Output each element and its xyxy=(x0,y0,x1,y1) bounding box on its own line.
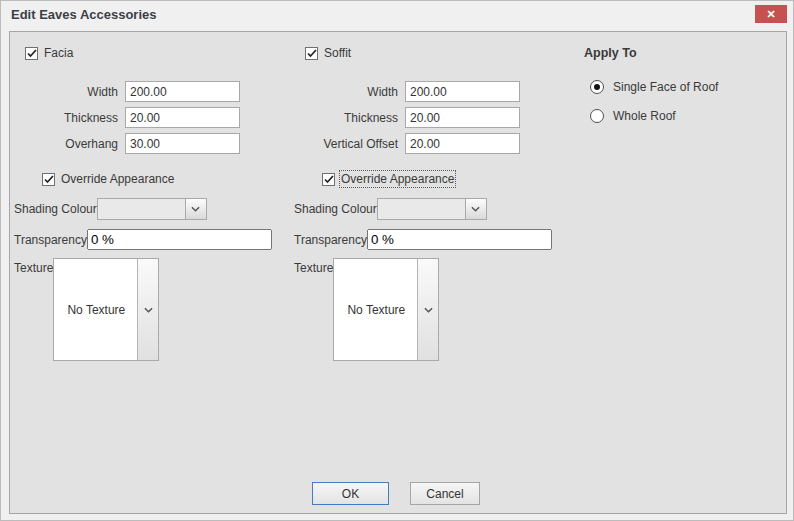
check-icon xyxy=(307,49,317,58)
facia-overhang-row: Overhang xyxy=(14,133,240,154)
field-label: Shading Colour xyxy=(14,202,97,216)
field-label: Vertical Offset xyxy=(294,137,405,151)
soffit-vertical-offset-row: Vertical Offset xyxy=(294,133,520,154)
apply-to-heading: Apply To xyxy=(584,46,637,60)
check-icon xyxy=(27,49,37,58)
soffit-shading-row: Shading Colour xyxy=(294,198,487,220)
facia-transparency-input[interactable] xyxy=(87,229,272,250)
facia-transparency-row: Transparency xyxy=(14,229,272,250)
facia-thickness-input[interactable] xyxy=(125,107,240,128)
facia-label: Facia xyxy=(44,46,73,60)
check-icon xyxy=(44,175,54,184)
facia-section: Facia Width Thickness Overhang Override … xyxy=(10,32,290,513)
facia-texture-row: Texture No Texture xyxy=(14,258,159,361)
edit-eaves-accessories-dialog: Edit Eaves Accessories ✕ Facia Width Thi… xyxy=(0,0,794,521)
facia-texture-listbox[interactable]: No Texture xyxy=(53,258,159,361)
radio-selected-icon[interactable] xyxy=(590,80,604,94)
chevron-down-icon[interactable] xyxy=(465,199,486,219)
soffit-label: Soffit xyxy=(324,46,351,60)
field-label: Width xyxy=(294,85,405,99)
soffit-thickness-row: Thickness xyxy=(294,107,520,128)
facia-checkbox-row: Facia xyxy=(25,46,73,60)
field-label: Thickness xyxy=(294,111,405,125)
soffit-texture-value: No Texture xyxy=(334,259,418,360)
close-icon: ✕ xyxy=(766,9,775,20)
field-label: Thickness xyxy=(14,111,125,125)
soffit-transparency-input[interactable] xyxy=(367,229,552,250)
radio-unselected-icon[interactable] xyxy=(590,109,604,123)
dialog-title: Edit Eaves Accessories xyxy=(11,7,157,22)
field-label: Shading Colour xyxy=(294,202,377,216)
soffit-texture-listbox[interactable]: No Texture xyxy=(333,258,439,361)
apply-to-option-whole-roof[interactable]: Whole Roof xyxy=(590,109,676,123)
facia-width-row: Width xyxy=(14,81,240,102)
title-bar: Edit Eaves Accessories ✕ xyxy=(1,1,793,30)
facia-override-row: Override Appearance xyxy=(42,172,174,186)
close-button[interactable]: ✕ xyxy=(755,5,787,23)
field-label: Transparency xyxy=(294,233,367,247)
soffit-transparency-row: Transparency xyxy=(294,229,552,250)
radio-label: Single Face of Roof xyxy=(613,80,718,94)
field-label: Texture xyxy=(14,258,53,275)
cancel-button[interactable]: Cancel xyxy=(410,482,480,505)
soffit-texture-row: Texture No Texture xyxy=(294,258,439,361)
facia-shading-row: Shading Colour xyxy=(14,198,207,220)
soffit-vertical-offset-input[interactable] xyxy=(405,133,520,154)
content-panel: Facia Width Thickness Overhang Override … xyxy=(9,31,787,514)
facia-shading-colour-dropdown[interactable] xyxy=(97,198,207,220)
field-label: Texture xyxy=(294,258,333,275)
facia-override-checkbox[interactable] xyxy=(42,173,55,186)
soffit-width-input[interactable] xyxy=(405,81,520,102)
soffit-checkbox-row: Soffit xyxy=(305,46,351,60)
soffit-section: Soffit Width Thickness Vertical Offset O… xyxy=(290,32,570,513)
soffit-width-row: Width xyxy=(294,81,520,102)
facia-width-input[interactable] xyxy=(125,81,240,102)
apply-to-option-single-face[interactable]: Single Face of Roof xyxy=(590,80,718,94)
check-icon xyxy=(324,175,334,184)
chevron-down-icon[interactable] xyxy=(185,199,206,219)
soffit-shading-colour-dropdown[interactable] xyxy=(377,198,487,220)
soffit-thickness-input[interactable] xyxy=(405,107,520,128)
soffit-checkbox[interactable] xyxy=(305,47,318,60)
field-label: Width xyxy=(14,85,125,99)
chevron-down-icon[interactable] xyxy=(417,259,438,360)
soffit-override-label: Override Appearance xyxy=(341,172,454,186)
soffit-override-checkbox[interactable] xyxy=(322,173,335,186)
radio-label: Whole Roof xyxy=(613,109,676,123)
facia-texture-value: No Texture xyxy=(54,259,138,360)
facia-checkbox[interactable] xyxy=(25,47,38,60)
field-label: Overhang xyxy=(14,137,125,151)
facia-override-label: Override Appearance xyxy=(61,172,174,186)
facia-thickness-row: Thickness xyxy=(14,107,240,128)
ok-button[interactable]: OK xyxy=(312,482,389,505)
soffit-override-row: Override Appearance xyxy=(322,172,454,186)
facia-overhang-input[interactable] xyxy=(125,133,240,154)
field-label: Transparency xyxy=(14,233,87,247)
chevron-down-icon[interactable] xyxy=(137,259,158,360)
